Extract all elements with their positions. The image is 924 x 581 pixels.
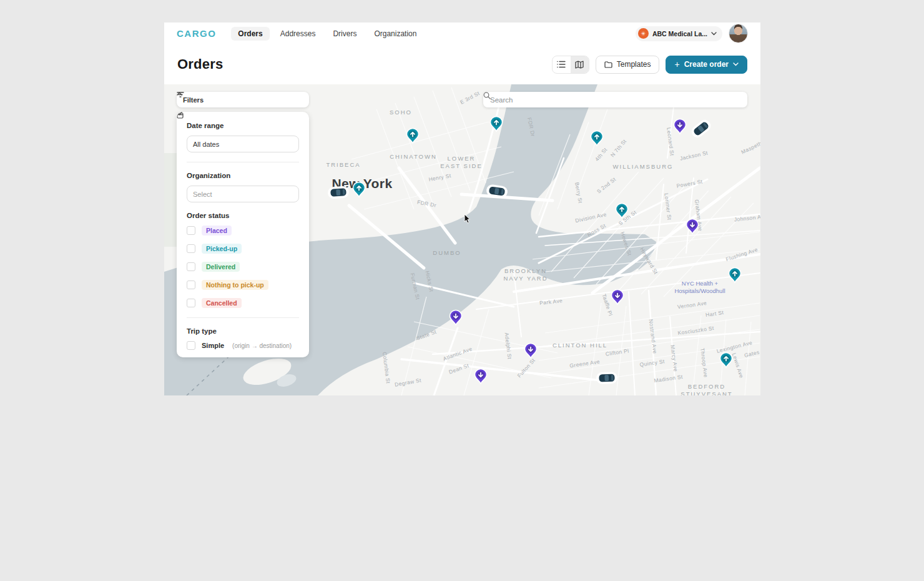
street-label: Ross St (586, 222, 607, 238)
search-input[interactable] (489, 96, 742, 104)
street-label: Throop Ave (699, 348, 709, 378)
checkbox[interactable] (187, 262, 195, 271)
list-icon (557, 61, 566, 68)
street-label: Degraw St (394, 377, 422, 387)
street-label: Powers St (676, 178, 704, 189)
dropoff-pin[interactable] (674, 119, 686, 134)
order-status-list: PlacedPicked-upDeliveredNothing to pick-… (187, 226, 299, 308)
checkbox[interactable] (187, 226, 195, 235)
trip-type-label: Simple (202, 342, 224, 349)
street-label: N 7th St (609, 138, 628, 159)
street-label: Heyward St (639, 246, 659, 276)
pickup-pin[interactable] (407, 129, 419, 144)
neighborhood-label: BROOKLYNNAVY YARD (503, 267, 548, 282)
filters-toggle[interactable]: Filters (177, 92, 309, 107)
street-label: Atlantic Ave (442, 345, 473, 362)
map-view-button[interactable] (571, 56, 589, 73)
plus-icon: + (674, 60, 679, 69)
status-filter-cancelled[interactable]: Cancelled (187, 298, 299, 308)
organization-selector[interactable]: ✳ ABC Medical La... (636, 26, 722, 41)
checkbox[interactable] (187, 299, 195, 307)
chevron-up-icon (177, 92, 182, 96)
nav-item-orders[interactable]: Orders (231, 27, 269, 41)
trip-type-label: Trip type (187, 327, 299, 335)
org-logo-icon: ✳ (638, 28, 649, 39)
templates-button[interactable]: Templates (596, 56, 660, 74)
street-label: Nostrand Ave (648, 319, 659, 354)
nav-item-organization[interactable]: Organization (367, 27, 423, 41)
street-label: Dean St (448, 362, 470, 375)
neighborhood-label: WILLIAMSBURG (613, 163, 674, 170)
street-label: Leonard St (666, 127, 676, 156)
status-filter-picked-up[interactable]: Picked-up (187, 244, 299, 254)
divider (187, 317, 299, 318)
car-marker[interactable] (596, 372, 618, 384)
organization-placeholder: Select (193, 191, 293, 198)
street-label: FDR Dr (416, 199, 436, 208)
checkbox[interactable] (187, 281, 195, 289)
pickup-pin[interactable] (491, 117, 503, 132)
street-label: Madison St (654, 374, 684, 384)
nav-item-addresses[interactable]: Addresses (273, 27, 323, 41)
poi-label-hospital: NYC Health +Hospitals/Woodhull (674, 280, 725, 294)
dropoff-pin[interactable] (475, 369, 487, 384)
create-order-button[interactable]: + Create order (666, 56, 747, 74)
dropoff-pin[interactable] (612, 290, 624, 305)
organization-label: Organization (187, 172, 299, 179)
chevron-down-icon (733, 62, 739, 66)
checkbox[interactable] (187, 244, 195, 253)
list-view-button[interactable] (553, 56, 571, 73)
view-toggle (552, 56, 589, 74)
filters-panel: Date range All dates Organization Select… (177, 112, 309, 357)
street-label: Kosciuszko St (677, 325, 715, 336)
divider (187, 162, 299, 162)
nav-item-drivers[interactable]: Drivers (326, 27, 363, 41)
status-badge: Placed (202, 226, 232, 236)
street-label: Flushing Ave (725, 246, 759, 262)
car-marker[interactable] (327, 186, 349, 199)
pickup-pin[interactable] (353, 182, 365, 197)
street-label: Division Ave (574, 211, 607, 224)
street-label: Clifton Pl (605, 347, 629, 357)
filters-title: Filters (183, 96, 303, 104)
organization-select[interactable]: Select (187, 186, 299, 202)
cargo-logo: CARGO (177, 28, 216, 39)
status-badge: Cancelled (202, 298, 242, 308)
street-label: Lewis Ave (731, 352, 745, 379)
status-filter-nothing-to-pick-up[interactable]: Nothing to pick-up (187, 280, 299, 290)
street-label: Fulton St (516, 357, 536, 379)
street-label: Jackson St (679, 149, 709, 161)
chevron-down-icon (711, 32, 717, 36)
dropoff-pin[interactable] (450, 310, 462, 325)
dropoff-pin[interactable] (687, 219, 699, 234)
street-label: Quincy St (639, 358, 666, 368)
car-marker[interactable] (689, 117, 713, 140)
status-badge: Nothing to pick-up (202, 280, 268, 290)
status-filter-placed[interactable]: Placed (187, 226, 299, 236)
street-label: Hewes St (619, 231, 633, 257)
user-avatar[interactable] (729, 24, 748, 43)
pickup-pin[interactable] (729, 268, 741, 283)
neighborhood-label: BEDFORDSTUYVESANT (681, 383, 732, 395)
date-range-value: All dates (193, 141, 293, 148)
pickup-pin[interactable] (720, 353, 732, 368)
trip-type-simple[interactable]: Simple(origin → destination) (187, 341, 299, 350)
date-range-select[interactable]: All dates (187, 136, 299, 152)
pickup-pin[interactable] (591, 131, 603, 146)
street-label: Vernon Ave (677, 300, 707, 310)
mouse-cursor (464, 214, 470, 223)
app-window: CARGO OrdersAddressesDriversOrganization… (164, 22, 760, 395)
car-marker[interactable] (486, 184, 508, 199)
create-order-label: Create order (684, 60, 729, 69)
neighborhood-label: TRIBECA (326, 161, 360, 168)
neighborhood-label: LOWEREAST SIDE (440, 155, 482, 169)
status-filter-delivered[interactable]: Delivered (187, 262, 299, 272)
search-icon (483, 92, 491, 99)
dropoff-pin[interactable] (525, 344, 537, 359)
orders-map[interactable]: E 3rd StFDR DrHenry StFDR DrN 7th St4th … (164, 84, 760, 395)
checkbox[interactable] (187, 341, 195, 350)
street-label: Maspeth (740, 140, 760, 156)
neighborhood-label: SOHO (390, 109, 412, 116)
street-label: Greene Ave (569, 359, 601, 369)
street-label: Hart St (705, 309, 724, 318)
